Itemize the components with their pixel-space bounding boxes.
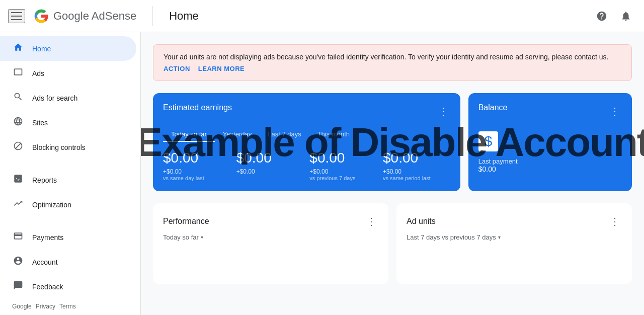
earnings-amount-month: $0.00 [383, 150, 450, 166]
earnings-change-today: +$0.00 [163, 168, 230, 175]
alert-message: Your ad units are not displaying ads bec… [164, 53, 621, 61]
performance-card-title: Performance [163, 217, 209, 226]
ad-units-menu-button[interactable]: ⋮ [608, 213, 622, 229]
sidebar-item-home[interactable]: Home [0, 36, 136, 61]
logo[interactable]: Google AdSense [33, 8, 136, 24]
logo-text: Google AdSense [53, 10, 136, 23]
balance-card: Balance ⋮ $ Last payment $0.00 [468, 93, 632, 191]
earnings-change-7days: +$0.00 [309, 168, 377, 175]
help-button[interactable] [592, 6, 612, 26]
ad-units-dropdown-icon: ▾ [498, 234, 501, 240]
sidebar-item-feedback[interactable]: Feedback [0, 274, 136, 299]
home-icon [12, 42, 24, 55]
earnings-menu-button[interactable]: ⋮ [436, 103, 450, 119]
notification-button[interactable] [616, 6, 636, 26]
sidebar-label-ads-for-search: Ads for search [32, 94, 124, 102]
bottom-cards-row: Performance ⋮ Today so far ▾ Ad units ⋮ … [153, 203, 632, 284]
performance-card-header: Performance ⋮ [163, 213, 378, 229]
sidebar-item-reports[interactable]: Reports [0, 168, 136, 192]
earnings-tab-7days[interactable]: Last 7 days [260, 127, 309, 142]
sidebar-label-home: Home [32, 45, 124, 53]
balance-amount-box: $ [478, 131, 499, 151]
earnings-amount-yesterday: $0.00 [236, 150, 304, 166]
earnings-col-month: $0.00 +$0.00 vs same period last [383, 150, 450, 181]
earnings-amount-7days: $0.00 [309, 150, 377, 166]
top-cards-row: Estimated earnings ⋮ Today so far Yester… [153, 93, 632, 191]
sidebar-footer: Google Privacy Terms [0, 299, 140, 314]
main-content: Your ad units are not displaying ads bec… [141, 32, 644, 315]
sidebar-label-account: Account [32, 258, 124, 266]
sidebar-item-ads-for-search[interactable]: Ads for search [0, 86, 136, 110]
cards-section: Example of Disable Account Estimated ear… [153, 93, 632, 191]
ad-units-card: Ad units ⋮ Last 7 days vs previous 7 day… [396, 203, 632, 284]
ads-icon [12, 67, 24, 80]
optimization-icon [12, 198, 24, 211]
balance-payment-info: Last payment $0.00 [478, 158, 622, 173]
sidebar-item-account[interactable]: Account [0, 250, 136, 274]
sidebar-label-payments: Payments [32, 233, 124, 242]
earnings-col-yesterday: $0.00 +$0.00 [236, 150, 304, 181]
ads-search-icon [12, 92, 24, 104]
earnings-col-7days: $0.00 +$0.00 vs previous 7 days [309, 150, 377, 181]
notification-icon [620, 11, 631, 22]
earnings-values: $0.00 +$0.00 vs same day last $0.00 +$0.… [163, 150, 450, 181]
balance-card-header: Balance ⋮ [478, 103, 622, 119]
sidebar-label-blocking: Blocking controls [32, 143, 124, 151]
earnings-compare-7days: vs previous 7 days [309, 175, 377, 181]
alert-action-link[interactable]: ACTION [164, 65, 190, 72]
sidebar-label-reports: Reports [32, 176, 124, 184]
header-left: Google AdSense Home [8, 6, 199, 26]
performance-menu-button[interactable]: ⋮ [364, 213, 378, 229]
earnings-tabs: Today so far Yesterday Last 7 days This … [163, 127, 450, 142]
earnings-compare-today: vs same day last [163, 175, 230, 181]
performance-card-subtitle[interactable]: Today so far ▾ [163, 233, 378, 241]
header-right [592, 6, 636, 26]
menu-button[interactable] [8, 9, 25, 23]
earnings-tab-yesterday[interactable]: Yesterday [215, 127, 260, 142]
footer-privacy-link[interactable]: Privacy [36, 303, 55, 310]
balance-amount: $ [485, 133, 493, 149]
earnings-change-month: +$0.00 [383, 168, 450, 175]
app-body: Home Ads Ads for search Sites [0, 32, 644, 315]
ad-units-card-header: Ad units ⋮ [407, 213, 622, 229]
sidebar-item-optimization[interactable]: Optimization [0, 192, 136, 217]
sidebar-label-ads: Ads [32, 69, 124, 77]
sidebar-label-optimization: Optimization [32, 201, 124, 209]
google-logo-icon [33, 8, 49, 24]
earnings-col-today: $0.00 +$0.00 vs same day last [163, 150, 230, 181]
balance-title: Balance [478, 103, 508, 112]
header-divider [152, 6, 153, 26]
alert-banner: Your ad units are not displaying ads bec… [153, 44, 632, 81]
earnings-tab-today[interactable]: Today so far [163, 127, 215, 142]
balance-last-payment-amount: $0.00 [478, 165, 622, 173]
sidebar-label-feedback: Feedback [32, 283, 124, 291]
reports-icon [12, 174, 24, 186]
alert-learn-more-link[interactable]: LEARN MORE [198, 65, 245, 72]
performance-card: Performance ⋮ Today so far ▾ [153, 203, 388, 284]
sidebar: Home Ads Ads for search Sites [0, 32, 141, 315]
app-header: Google AdSense Home [0, 0, 644, 32]
ad-units-card-title: Ad units [407, 217, 436, 226]
sidebar-label-sites: Sites [32, 119, 124, 127]
page-title: Home [169, 10, 199, 23]
footer-brand: Google [12, 303, 32, 310]
balance-last-payment-label: Last payment [478, 158, 622, 165]
performance-dropdown-icon: ▾ [201, 234, 203, 240]
earnings-tab-month[interactable]: This month [309, 127, 358, 142]
earnings-change-yesterday: +$0.00 [236, 168, 304, 175]
help-icon [596, 11, 607, 22]
footer-terms-link[interactable]: Terms [59, 303, 76, 310]
account-icon [12, 256, 24, 268]
blocking-icon [12, 141, 24, 153]
sidebar-item-sites[interactable]: Sites [0, 110, 136, 135]
sidebar-item-blocking-controls[interactable]: Blocking controls [0, 135, 136, 160]
earnings-title: Estimated earnings [163, 103, 232, 112]
earnings-card-header: Estimated earnings ⋮ [163, 103, 450, 119]
earnings-amount-today: $0.00 [163, 150, 230, 166]
sidebar-item-payments[interactable]: Payments [0, 225, 136, 250]
feedback-icon [12, 280, 24, 293]
ad-units-card-subtitle[interactable]: Last 7 days vs previous 7 days ▾ [407, 233, 622, 241]
sidebar-item-ads[interactable]: Ads [0, 61, 136, 86]
balance-menu-button[interactable]: ⋮ [608, 103, 622, 119]
alert-actions: ACTION LEARN MORE [164, 65, 621, 72]
